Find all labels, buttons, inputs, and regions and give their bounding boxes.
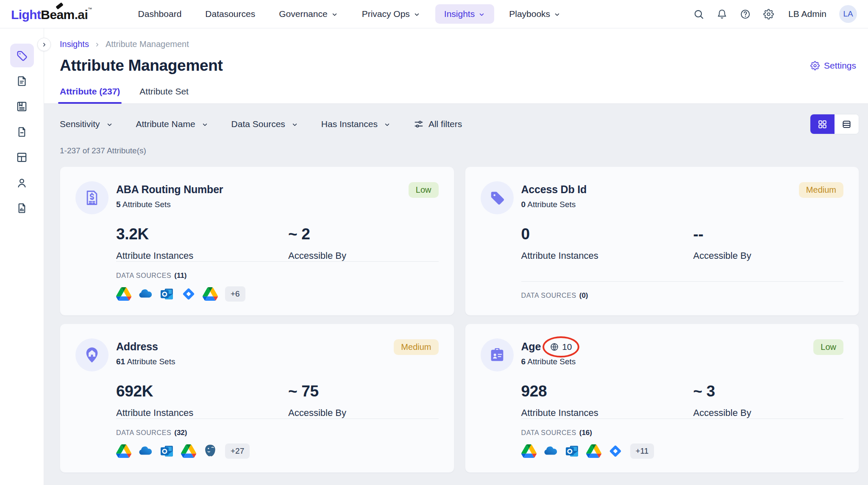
grid-icon: [16, 151, 28, 164]
page-content: SensitivityAttribute NameData SourcesHas…: [44, 104, 868, 485]
nav-item-playbooks[interactable]: Playbooks: [500, 4, 570, 24]
sidebar-item-reports[interactable]: [10, 196, 34, 220]
search-icon[interactable]: [693, 9, 704, 19]
divider: [116, 261, 439, 262]
google-drive-icon: [181, 443, 196, 459]
accessible-value: ~ 2: [288, 225, 346, 243]
instances-label: Attribute Instances: [116, 407, 288, 418]
outlook-icon: [565, 443, 580, 459]
breadcrumb: Insights Attribute Management: [60, 39, 856, 49]
chevron-right-icon: [94, 42, 100, 48]
annotation-circle: 10: [542, 336, 579, 358]
tab-attribute-237[interactable]: Attribute (237): [60, 86, 120, 103]
document-icon: [16, 75, 28, 87]
attribute-type-avatar: [481, 181, 514, 214]
sidebar-item-attributes[interactable]: [10, 44, 34, 67]
nav-item-privacy-ops[interactable]: Privacy Ops: [353, 4, 429, 24]
bell-icon[interactable]: [717, 9, 727, 19]
list-view-button[interactable]: [835, 114, 859, 134]
google-drive-icon: [521, 443, 537, 459]
receipt-dollar-icon: [83, 189, 101, 207]
breadcrumb-insights-link[interactable]: Insights: [60, 39, 89, 49]
instances-value: 928: [521, 382, 693, 400]
attribute-instances-stat: 692K Attribute Instances: [116, 382, 288, 418]
chevron-down-icon: [201, 121, 209, 128]
main-nav: Dashboard Datasources Governance Privacy…: [129, 4, 570, 24]
outlook-icon: [159, 443, 175, 459]
tag-icon: [16, 50, 28, 62]
lightbeam-logo[interactable]: LightBeam.ai™: [11, 8, 92, 22]
accessible-by-stat: ~ 75 Accessible By: [288, 382, 346, 418]
topnav-actions: LB Admin LA: [693, 5, 857, 23]
logo-text-ai: .ai: [75, 8, 88, 22]
attribute-card-age[interactable]: Age 10 6 Attribute Sets Low 928 Attribut…: [465, 324, 860, 473]
grid-view-button[interactable]: [810, 114, 835, 134]
google-drive-icon: [203, 286, 218, 302]
results-count: 1-237 of 237 Attribute(s): [60, 146, 859, 155]
accessible-by-stat: ~ 3 Accessible By: [693, 382, 751, 418]
settings-label: Settings: [824, 61, 856, 71]
data-sources-count: (16): [579, 429, 592, 437]
list-view-icon: [841, 119, 852, 130]
attribute-sets-count: 61 Attribute Sets: [116, 357, 175, 366]
attribute-sets-count: 0 Attribute Sets: [521, 200, 587, 209]
data-sources-label: DATA SOURCES (0): [521, 291, 844, 300]
chevron-down-icon: [554, 11, 561, 18]
sidebar-item-catalog[interactable]: [10, 94, 34, 118]
data-sources-count: (0): [579, 291, 588, 299]
grid-view-icon: [817, 119, 828, 130]
logo-text-beam: Beam: [41, 8, 74, 22]
gear-icon[interactable]: [763, 9, 774, 19]
outlook-icon: [159, 286, 175, 302]
attribute-card-address[interactable]: Address 61 Attribute Sets Medium 692K At…: [60, 324, 454, 473]
breadcrumb-current: Attribute Management: [106, 39, 189, 49]
attribute-type-avatar: [481, 338, 514, 371]
sidebar-item-users[interactable]: [10, 171, 34, 194]
more-sources-chip[interactable]: +11: [630, 443, 654, 459]
file-icon: [16, 126, 28, 138]
more-sources-chip[interactable]: +6: [225, 286, 245, 302]
filter-attribute-name[interactable]: Attribute Name: [136, 119, 209, 129]
sidebar-item-files[interactable]: [10, 120, 34, 144]
instances-label: Attribute Instances: [521, 250, 693, 261]
more-sources-chip[interactable]: +27: [225, 443, 250, 459]
settings-button[interactable]: Settings: [810, 61, 856, 71]
tab-attribute-set[interactable]: Attribute Set: [139, 86, 189, 103]
attribute-instances-stat: 928 Attribute Instances: [521, 382, 693, 418]
nav-item-insights[interactable]: Insights: [435, 4, 494, 24]
nav-item-datasources[interactable]: Datasources: [196, 4, 264, 24]
logo-text-light: Light: [11, 8, 41, 22]
sidebar-item-documents[interactable]: [10, 69, 34, 93]
attribute-sets-count: 5 Attribute Sets: [116, 200, 223, 209]
logo-trademark: ™: [88, 7, 92, 11]
sidebar-item-grid[interactable]: [10, 145, 34, 169]
all-filters-button[interactable]: All filters: [414, 119, 462, 129]
sidebar: [0, 28, 44, 485]
sidebar-expand-button[interactable]: [37, 38, 51, 51]
avatar[interactable]: LA: [839, 5, 857, 23]
filter-bar: SensitivityAttribute NameData SourcesHas…: [60, 114, 859, 134]
chevron-down-icon: [413, 11, 420, 18]
attribute-card-aba-routing-number[interactable]: ABA Routing Number 5 Attribute Sets Low …: [60, 166, 454, 316]
filter-data-sources[interactable]: Data Sources: [231, 119, 298, 129]
chevron-down-icon: [384, 121, 391, 128]
divider: [521, 418, 844, 419]
tag-filled-icon: [488, 189, 506, 207]
user-name: LB Admin: [788, 9, 826, 19]
all-filters-label: All filters: [428, 119, 462, 129]
data-sources-count: (32): [174, 429, 187, 437]
chevron-down-icon: [291, 121, 298, 128]
help-icon[interactable]: [740, 9, 751, 19]
gear-icon: [810, 61, 820, 70]
filter-sensitivity[interactable]: Sensitivity: [60, 119, 113, 129]
nav-item-governance[interactable]: Governance: [270, 4, 347, 24]
chevron-right-icon: [41, 42, 47, 48]
nav-item-dashboard[interactable]: Dashboard: [129, 4, 191, 24]
page-header: Insights Attribute Management Attribute …: [44, 28, 868, 104]
attribute-card-access-db-id[interactable]: Access Db Id 0 Attribute Sets Medium 0 A…: [465, 166, 860, 316]
filter-has-instances[interactable]: Has Instances: [321, 119, 391, 129]
filter-dropdowns: SensitivityAttribute NameData SourcesHas…: [60, 119, 391, 129]
accessible-value: ~ 3: [693, 382, 751, 400]
jira-icon: [608, 443, 623, 459]
sensitivity-badge: Low: [409, 182, 439, 198]
